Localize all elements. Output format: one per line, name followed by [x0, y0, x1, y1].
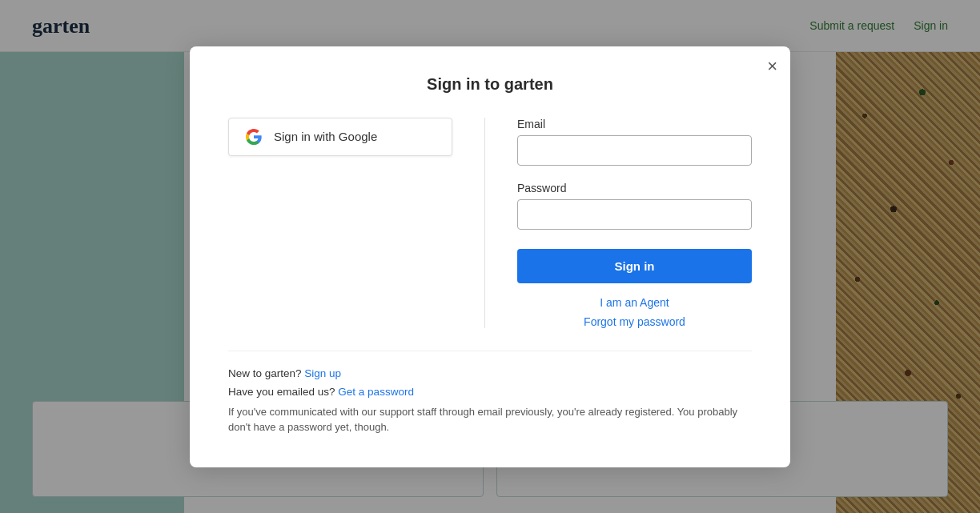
email-group: Email: [517, 118, 752, 178]
google-icon: [245, 128, 263, 146]
password-group: Password: [517, 182, 752, 242]
password-label: Password: [517, 182, 752, 194]
email-label: Email: [517, 118, 752, 130]
modal-body: Sign in with Google Email Password Sign …: [228, 118, 752, 328]
modal-left: Sign in with Google: [228, 118, 485, 328]
sign-up-link[interactable]: Sign up: [304, 367, 341, 379]
sign-in-button[interactable]: Sign in: [517, 249, 752, 283]
modal-footer: New to garten? Sign up Have you emailed …: [228, 351, 752, 435]
modal-close-button[interactable]: ×: [767, 58, 777, 75]
modal: × Sign in to garten Sign in with Google: [190, 46, 790, 467]
get-password-link[interactable]: Get a password: [338, 386, 414, 398]
modal-overlay: × Sign in to garten Sign in with Google: [0, 0, 980, 513]
new-user-text: New to garten? Sign up: [228, 367, 752, 379]
modal-title: Sign in to garten: [228, 75, 752, 94]
forgot-password-link[interactable]: Forgot my password: [584, 315, 685, 328]
password-input[interactable]: [517, 199, 752, 230]
email-input[interactable]: [517, 135, 752, 166]
google-sign-in-button[interactable]: Sign in with Google: [228, 118, 452, 156]
new-to-garten-label: New to garten?: [228, 367, 302, 379]
have-you-emailed-label: Have you emailed us?: [228, 386, 335, 398]
modal-links: I am an Agent Forgot my password: [517, 296, 752, 328]
modal-right: Email Password Sign in I am an Agent For…: [517, 118, 752, 328]
emailed-text: Have you emailed us? Get a password: [228, 386, 752, 398]
agent-link[interactable]: I am an Agent: [600, 296, 669, 309]
footer-note: If you've communicated with our support …: [228, 404, 752, 435]
google-sign-in-label: Sign in with Google: [274, 130, 377, 143]
